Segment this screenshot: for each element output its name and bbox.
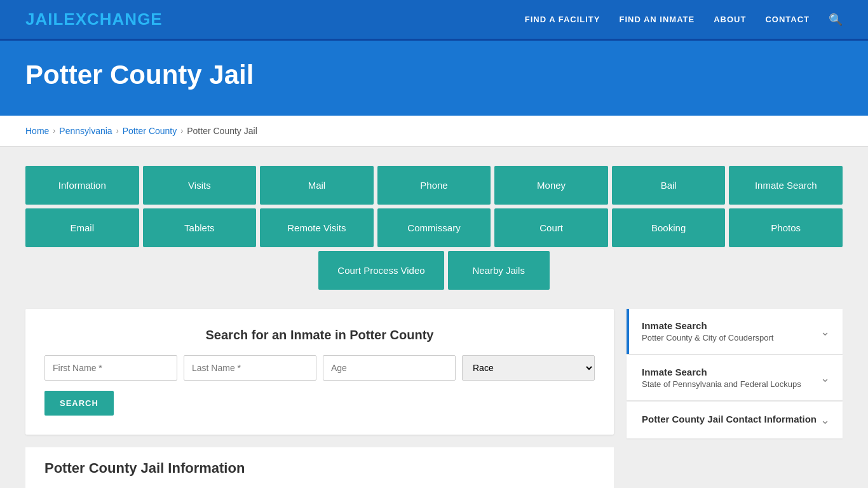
sidebar-card-title-1: Inmate Search bbox=[642, 320, 773, 331]
nav-about[interactable]: ABOUT bbox=[714, 15, 746, 24]
sidebar: Inmate Search Potter County & City of Co… bbox=[627, 309, 843, 440]
nav-contact[interactable]: CONTACT bbox=[765, 15, 810, 24]
btn-court-process-video[interactable]: Court Process Video bbox=[318, 251, 444, 290]
chevron-down-icon-1: ⌄ bbox=[820, 325, 830, 339]
main-header: JAILEXCHANGE FIND A FACILITY FIND AN INM… bbox=[0, 0, 868, 41]
main-nav: FIND A FACILITY FIND AN INMATE ABOUT CON… bbox=[525, 13, 843, 27]
hero-section: Potter County Jail bbox=[0, 41, 868, 116]
btn-inmate-search[interactable]: Inmate Search bbox=[729, 166, 843, 205]
btn-court[interactable]: Court bbox=[494, 208, 608, 247]
search-icon[interactable]: 🔍 bbox=[829, 13, 843, 27]
logo-main: JAIL bbox=[25, 10, 64, 29]
race-select[interactable]: Race White Black Hispanic Asian Other bbox=[462, 355, 595, 381]
breadcrumb-sep-2: › bbox=[116, 126, 119, 135]
main-content: Information Visits Mail Phone Money Bail… bbox=[0, 147, 868, 488]
breadcrumb-home[interactable]: Home bbox=[25, 126, 49, 136]
breadcrumb: Home › Pennsylvania › Potter County › Po… bbox=[25, 126, 843, 136]
breadcrumb-current: Potter County Jail bbox=[187, 126, 257, 136]
first-name-input[interactable] bbox=[44, 355, 177, 381]
search-title: Search for an Inmate in Potter County bbox=[44, 328, 595, 342]
page-title: Potter County Jail bbox=[25, 60, 843, 90]
info-title: Potter County Jail Information bbox=[44, 460, 595, 477]
sidebar-card-subtitle-2: State of Pennsylvania and Federal Lockup… bbox=[642, 379, 801, 389]
btn-tablets[interactable]: Tablets bbox=[143, 208, 257, 247]
btn-nearby-jails[interactable]: Nearby Jails bbox=[448, 251, 550, 290]
btn-phone[interactable]: Phone bbox=[377, 166, 491, 205]
breadcrumb-sep-1: › bbox=[53, 126, 55, 135]
btn-booking[interactable]: Booking bbox=[612, 208, 726, 247]
btn-information[interactable]: Information bbox=[25, 166, 139, 205]
sidebar-card-text-3: Potter County Jail Contact Information bbox=[642, 414, 817, 426]
btn-email[interactable]: Email bbox=[25, 208, 139, 247]
inmate-search-box: Search for an Inmate in Potter County Ra… bbox=[25, 309, 614, 435]
breadcrumb-pennsylvania[interactable]: Pennsylvania bbox=[59, 126, 112, 136]
btn-commissary[interactable]: Commissary bbox=[377, 208, 491, 247]
sidebar-card-contact-info[interactable]: Potter County Jail Contact Information ⌄ bbox=[627, 402, 843, 438]
info-section: Potter County Jail Information bbox=[25, 447, 614, 488]
category-grid-row1: Information Visits Mail Phone Money Bail… bbox=[25, 166, 843, 205]
btn-remote-visits[interactable]: Remote Visits bbox=[260, 208, 374, 247]
sidebar-card-title-2: Inmate Search bbox=[642, 367, 801, 377]
site-logo[interactable]: JAILEXCHANGE bbox=[25, 10, 163, 29]
btn-mail[interactable]: Mail bbox=[260, 166, 374, 205]
sidebar-card-inmate-search-local[interactable]: Inmate Search Potter County & City of Co… bbox=[627, 309, 843, 354]
age-input[interactable] bbox=[323, 355, 456, 381]
sidebar-card-text-1: Inmate Search Potter County & City of Co… bbox=[642, 320, 773, 342]
breadcrumb-potter-county[interactable]: Potter County bbox=[123, 126, 177, 136]
last-name-input[interactable] bbox=[184, 355, 316, 381]
btn-money[interactable]: Money bbox=[494, 166, 608, 205]
category-grid-row3: Court Process Video Nearby Jails bbox=[25, 251, 843, 290]
nav-find-facility[interactable]: FIND A FACILITY bbox=[525, 15, 600, 24]
logo-accent: EXCHANGE bbox=[64, 10, 162, 29]
sidebar-card-text-2: Inmate Search State of Pennsylvania and … bbox=[642, 367, 801, 389]
chevron-down-icon-3: ⌄ bbox=[820, 413, 830, 427]
sidebar-card-title-3: Potter County Jail Contact Information bbox=[642, 414, 817, 424]
breadcrumb-sep-3: › bbox=[180, 126, 183, 135]
breadcrumb-bar: Home › Pennsylvania › Potter County › Po… bbox=[0, 116, 868, 147]
content-row: Search for an Inmate in Potter County Ra… bbox=[25, 309, 843, 488]
category-grid-row2: Email Tablets Remote Visits Commissary C… bbox=[25, 208, 843, 247]
search-button[interactable]: SEARCH bbox=[44, 391, 114, 416]
sidebar-card-subtitle-1: Potter County & City of Coudersport bbox=[642, 333, 773, 342]
btn-bail[interactable]: Bail bbox=[612, 166, 726, 205]
btn-visits[interactable]: Visits bbox=[143, 166, 257, 205]
btn-photos[interactable]: Photos bbox=[729, 208, 843, 247]
sidebar-card-inmate-search-state[interactable]: Inmate Search State of Pennsylvania and … bbox=[627, 355, 843, 400]
chevron-down-icon-2: ⌄ bbox=[820, 371, 830, 385]
nav-find-inmate[interactable]: FIND AN INMATE bbox=[619, 15, 695, 24]
search-fields: Race White Black Hispanic Asian Other bbox=[44, 355, 595, 381]
